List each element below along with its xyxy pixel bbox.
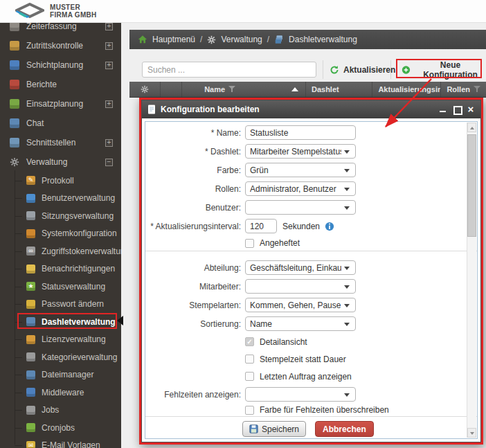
filter-icon[interactable] [228,86,235,93]
sortierung-select-value: Name [250,319,272,329]
sort-ascending-icon [291,87,298,91]
sidebar-item-einsatzplanung[interactable]: Einsatzplanung + [0,94,121,114]
expand-icon[interactable]: + [105,62,113,69]
dashlet-select[interactable]: Mitarbeiter Stempelstatus [245,144,356,159]
sidebar-item-protokoll[interactable]: ✎ Protokoll [0,172,121,190]
scroll-up-icon[interactable] [467,123,476,132]
tags-icon [26,352,35,361]
breadcrumb-dashletverwaltung[interactable]: Dashletverwaltung [289,35,357,44]
sidebar-item-sitzungsverwaltung[interactable]: Sitzungsverwaltung [0,207,121,225]
sidebar-item-zutrittskontrolle[interactable]: Zutrittskontrolle + [0,36,121,55]
minimize-icon[interactable] [439,105,447,114]
rollen-select[interactable]: Administrator, Benutzer [245,181,356,196]
sidebar-item-benachrichtigungen[interactable]: Benachrichtigungen [0,260,121,278]
farbe-fehlzeiten-checkbox[interactable] [245,406,254,415]
sidebar-item-jobs[interactable]: Jobs [0,402,121,420]
table-settings-column[interactable] [129,82,161,97]
company-name: MUSTER FIRMA GMBH [50,3,97,19]
dialog-title: Konfiguration bearbeiten [161,105,260,114]
sidebar-item-schichtplanung[interactable]: Schichtplanung + [0,55,121,75]
sidebar-item-zugriffstokenverwaltung[interactable]: ∞ Zugriffstokenverwaltung [0,242,121,260]
close-icon[interactable]: × [467,105,475,114]
sidebar-item-dateimanager[interactable]: Dateimanager [0,366,121,384]
sidebar-item-cronjobs[interactable]: Cronjobs [0,419,121,437]
stempelarten-select[interactable]: Kommen, Gehen, Pause, Ko [245,298,356,312]
farbe-select-value: Grün [250,165,269,175]
sidebar-item-lizenzverwaltung[interactable]: Lizenzverwaltung [0,331,121,349]
angeheftet-label: Angeheftet [260,238,300,248]
filter-icon[interactable] [474,86,480,93]
column-header-dashlet[interactable]: Dashlet [306,82,372,97]
wrench-icon [26,229,35,238]
breadcrumb-hauptmenu[interactable]: Hauptmenü [152,35,195,44]
save-button[interactable]: Speichern [242,421,306,437]
konfiguration-dialog: Konfiguration bearbeiten × * Name: * Das… [139,98,483,445]
collapse-icon[interactable]: − [105,159,113,166]
sidebar-item-email-vorlagen[interactable]: ✉ E-Mail Vorlagen [0,437,121,448]
scrollbar-thumb[interactable] [467,134,476,237]
benutzer-select[interactable] [245,200,356,215]
gears-icon [26,406,35,415]
column-header-name[interactable]: Name [182,82,306,97]
abteilung-select-value: Geschäftsleitung, Einkauf, Ve [250,263,341,273]
interval-field[interactable] [245,219,277,233]
abteilung-label: Abteilung: [145,263,241,273]
sidebar-item-benutzerverwaltung[interactable]: Benutzerverwaltung [0,190,121,208]
token-icon: ∞ [26,247,35,256]
sidebar-item-systemkonfiguration[interactable]: Systemkonfiguration [0,225,121,243]
cancel-button[interactable]: Abbrechen [315,421,374,437]
sortierung-select[interactable]: Name [245,316,356,331]
column-header-interval[interactable]: Aktualisierungsinterva [372,82,441,97]
sidebar-item-middleware[interactable]: Middleware [0,384,121,402]
info-icon[interactable] [325,222,334,231]
fehlzeiten-select[interactable] [245,387,356,402]
dialog-scrollbar[interactable] [467,123,476,438]
gamepad-icon [26,423,35,432]
sidebar-item-kategorieverwaltung[interactable]: Kategorieverwaltung [0,348,121,366]
letzter-auftrag-label: Letzten Auftrag anzeigen [260,372,352,382]
sidebar-item-label: Benachrichtigungen [42,264,115,274]
expand-icon[interactable]: + [105,139,113,147]
sidebar-item-berichte[interactable]: Berichte [0,75,121,94]
sidebar-item-dashletverwaltung[interactable]: Dashletverwaltung [0,313,121,331]
new-configuration-button[interactable]: Neue Konfiguration [402,62,486,78]
sidebar-item-schnittstellen[interactable]: Schnittstellen + [0,133,121,152]
column-label: Dashlet [312,85,339,93]
sidebar-item-label: Benutzerverwaltung [42,193,115,203]
dashlet-select-value: Mitarbeiter Stempelstatus [250,147,341,156]
sidebar-item-zeiterfassung[interactable]: Zeiterfassung + [0,23,121,36]
expand-icon[interactable]: + [105,23,113,30]
maximize-icon[interactable] [453,105,461,114]
letzter-auftrag-checkbox[interactable] [245,372,254,381]
column-header-rollen[interactable]: Rollen [441,82,486,97]
angeheftet-checkbox[interactable] [245,239,254,248]
name-field[interactable] [245,125,356,140]
report-icon [10,80,19,89]
form-row-detailansicht: ✓ Detailansicht [145,333,477,350]
breadcrumb-verwaltung[interactable]: Verwaltung [221,35,262,44]
floppy-disk-icon [249,424,258,433]
expand-icon[interactable]: + [105,42,113,50]
search-input[interactable] [142,62,316,78]
expand-icon[interactable]: + [105,100,113,108]
dialog-titlebar[interactable]: Konfiguration bearbeiten × [142,100,480,118]
farbe-select[interactable]: Grün [245,163,356,177]
stempelarten-select-value: Kommen, Gehen, Pause, Ko [250,301,341,310]
sidebar-item-verwaltung[interactable]: Verwaltung − [0,152,121,172]
dialog-footer: Speichern Abbrechen [145,417,477,437]
column-label: Aktualisierungsinterva [378,85,441,93]
refresh-button[interactable]: Aktualisieren [330,62,395,78]
scroll-down-icon[interactable] [467,428,476,438]
stempelzeit-checkbox[interactable] [245,355,254,364]
clock-icon [10,23,19,31]
sidebar-item-passwort-aendern[interactable]: Passwort ändern [0,296,121,314]
dashlet-label: * Dashlet: [145,147,241,156]
refresh-icon [330,65,339,75]
sidebar-item-statusverwaltung[interactable]: ★ Statusverwaltung [0,278,121,296]
column-label: Rollen [447,85,470,93]
abteilung-select[interactable]: Geschäftsleitung, Einkauf, Ve [245,260,356,275]
sidebar-item-chat[interactable]: Chat [0,114,121,133]
icon-glyph: ✎ [28,177,34,183]
mitarbeiter-select[interactable] [245,279,356,294]
detailansicht-checkbox[interactable]: ✓ [245,337,254,346]
